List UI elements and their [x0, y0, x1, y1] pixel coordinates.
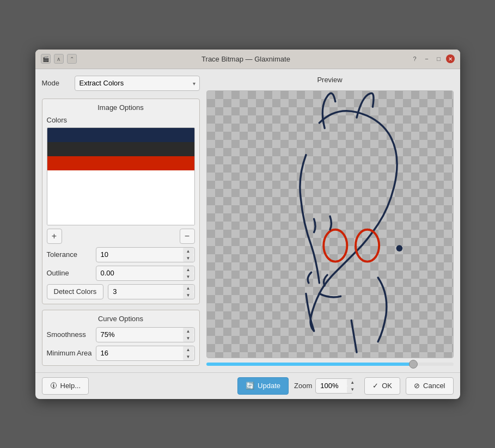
app-icon: 🎬: [41, 54, 51, 64]
outline-arrows: ▲ ▼: [183, 266, 194, 280]
detect-colors-button[interactable]: Detect Colors: [47, 284, 104, 299]
outline-input[interactable]: [96, 266, 195, 281]
detect-count-input[interactable]: [108, 284, 194, 299]
smoothness-label: Smoothness: [47, 330, 96, 339]
outline-row: Outline ▲ ▼: [47, 266, 195, 281]
left-panel: Mode Extract Colors Single Scan Multiple…: [42, 76, 200, 366]
color-item-3[interactable]: [47, 156, 194, 170]
outline-down[interactable]: ▼: [183, 273, 194, 280]
tolerance-input[interactable]: [96, 247, 195, 262]
mode-label: Mode: [42, 79, 69, 87]
ok-button[interactable]: ✓ OK: [364, 377, 400, 395]
smoothness-row: Smoothness ▲ ▼: [47, 327, 195, 342]
detect-count-down[interactable]: ▼: [183, 292, 194, 299]
preview-slider[interactable]: [206, 363, 454, 366]
content-area: Mode Extract Colors Single Scan Multiple…: [35, 69, 460, 372]
help-label: Help...: [60, 382, 81, 390]
smoothness-spin-wrapper: ▲ ▼: [96, 327, 195, 342]
zoom-label: Zoom: [294, 382, 312, 390]
detect-count-up[interactable]: ▲: [183, 285, 194, 292]
color-list: [47, 127, 195, 225]
tolerance-row: Tolerance ▲ ▼: [47, 247, 195, 262]
close-button[interactable]: ✕: [446, 54, 455, 63]
maximize-button[interactable]: □: [434, 54, 444, 64]
titlebar: 🎬 ∧ ⌃ Trace Bitmap — Glaxnimate ? − □ ✕: [35, 50, 460, 69]
add-color-button[interactable]: +: [47, 229, 62, 244]
remove-color-button[interactable]: −: [180, 229, 195, 244]
window-title: Trace Bitmap — Glaxnimate: [82, 55, 410, 63]
tolerance-down[interactable]: ▼: [183, 255, 194, 262]
color-list-empty: [47, 170, 194, 225]
color-buttons: + −: [47, 229, 195, 244]
slider-row: [206, 363, 454, 366]
bottom-bar: 🛈 Help... 🔄 Update Zoom ▲ ▼ ✓ OK ⊘ Cance…: [35, 372, 460, 399]
color-item-1[interactable]: [47, 128, 194, 142]
preview-area: [206, 90, 454, 358]
preview-svg: [207, 91, 453, 358]
up2-icon[interactable]: ⌃: [67, 54, 77, 64]
color-item-2[interactable]: [47, 142, 194, 156]
outline-up[interactable]: ▲: [183, 266, 194, 273]
cancel-label: Cancel: [423, 382, 445, 390]
titlebar-right: ? − □ ✕: [410, 54, 455, 64]
tolerance-label: Tolerance: [47, 250, 96, 259]
svg-point-2: [396, 245, 402, 251]
image-options-group: Image Options Colors + − Tolerance: [42, 99, 200, 304]
smoothness-arrows: ▲ ▼: [183, 328, 194, 342]
right-panel: Preview: [206, 76, 454, 366]
svg-point-1: [356, 229, 379, 261]
zoom-spin-wrapper: ▲ ▼: [315, 378, 359, 394]
curve-options-title: Curve Options: [47, 315, 195, 323]
zoom-row: Zoom ▲ ▼: [294, 378, 359, 394]
help-titlebar-button[interactable]: ?: [410, 54, 420, 64]
minimize-button[interactable]: −: [422, 54, 432, 64]
tolerance-arrows: ▲ ▼: [183, 248, 194, 262]
detect-colors-row: Detect Colors ▲ ▼: [47, 284, 195, 299]
minimum-area-input[interactable]: [96, 346, 195, 361]
zoom-up[interactable]: ▲: [347, 379, 358, 386]
outline-label: Outline: [47, 269, 96, 277]
smoothness-up[interactable]: ▲: [183, 328, 194, 335]
ok-icon: ✓: [372, 382, 378, 390]
tolerance-spin-wrapper: ▲ ▼: [96, 247, 195, 262]
cancel-button[interactable]: ⊘ Cancel: [406, 377, 453, 395]
update-button[interactable]: 🔄 Update: [237, 377, 289, 395]
up-icon[interactable]: ∧: [54, 54, 64, 64]
cancel-icon: ⊘: [414, 382, 420, 390]
mode-select[interactable]: Extract Colors Single Scan Multiple Scan…: [75, 76, 200, 91]
update-label: Update: [258, 382, 280, 390]
outline-spin-wrapper: ▲ ▼: [96, 266, 195, 281]
help-icon: 🛈: [50, 382, 57, 390]
preview-label: Preview: [206, 76, 454, 84]
ok-label: OK: [382, 382, 392, 390]
smoothness-down[interactable]: ▼: [183, 335, 194, 342]
smoothness-input[interactable]: [96, 327, 195, 342]
minimum-area-down[interactable]: ▼: [183, 353, 194, 360]
image-options-title: Image Options: [47, 103, 195, 112]
minimum-area-up[interactable]: ▲: [183, 346, 194, 353]
minimum-area-label: Minimum Area: [47, 349, 96, 357]
minimum-area-arrows: ▲ ▼: [183, 346, 194, 360]
update-icon: 🔄: [246, 382, 254, 390]
colors-label: Colors: [47, 116, 195, 124]
zoom-down[interactable]: ▼: [347, 386, 358, 393]
main-window: 🎬 ∧ ⌃ Trace Bitmap — Glaxnimate ? − □ ✕ …: [35, 50, 460, 399]
minimum-area-row: Minimum Area ▲ ▼: [47, 346, 195, 361]
svg-point-0: [323, 229, 347, 261]
mode-select-wrapper: Extract Colors Single Scan Multiple Scan…: [75, 76, 200, 91]
zoom-arrows: ▲ ▼: [347, 379, 358, 393]
minimum-area-spin-wrapper: ▲ ▼: [96, 346, 195, 361]
tolerance-up[interactable]: ▲: [183, 248, 194, 255]
titlebar-left-icons: 🎬 ∧ ⌃: [41, 54, 77, 64]
curve-options-group: Curve Options Smoothness ▲ ▼ Minimum Are…: [42, 310, 200, 366]
detect-count-wrapper: ▲ ▼: [108, 284, 194, 299]
help-button[interactable]: 🛈 Help...: [42, 377, 89, 395]
mode-row: Mode Extract Colors Single Scan Multiple…: [42, 76, 200, 91]
detect-count-arrows: ▲ ▼: [183, 285, 194, 299]
